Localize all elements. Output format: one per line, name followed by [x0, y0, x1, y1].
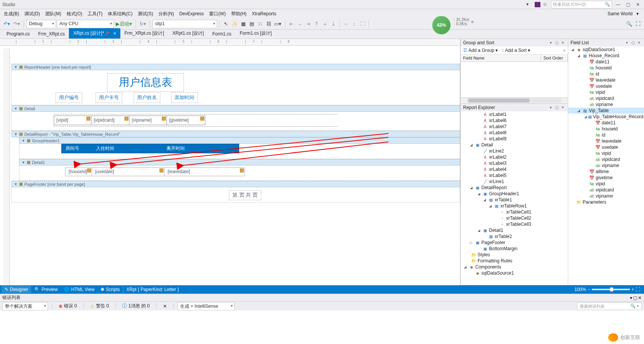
notification-badge[interactable]: 1: [535, 2, 540, 7]
chevron-down-icon[interactable]: ▼: [14, 132, 18, 136]
band-detail-report[interactable]: ▼ ▦ DetailReport - "Vip_Table.Vip_TableH…: [11, 131, 460, 137]
align-center-icon[interactable]: ⫠: [296, 20, 304, 28]
platform-dropdown[interactable]: Any CPU: [57, 20, 114, 28]
tree-item[interactable]: 📅leavedate: [568, 138, 644, 144]
size-both-icon[interactable]: ⛶: [359, 20, 366, 28]
tree-item[interactable]: ◢◆sqlDataSource1: [568, 47, 644, 53]
close-icon[interactable]: ✕: [636, 40, 642, 45]
close-button[interactable]: ✕: [634, 2, 642, 7]
chevron-down-icon[interactable]: ▼: [22, 161, 25, 164]
tree-item[interactable]: ◢◆Components: [461, 264, 568, 270]
horizontal-scrollbar[interactable]: [461, 97, 568, 103]
group-sort-grid[interactable]: [461, 62, 568, 97]
tree-toggle-icon[interactable]: ◢: [470, 143, 474, 147]
tool-grid-icon[interactable]: ▦: [240, 20, 247, 28]
tree-item[interactable]: ◢▣Detail: [461, 142, 568, 148]
tree-item[interactable]: AxrLabel2: [461, 154, 568, 160]
tree-item[interactable]: 📁Formatting Rules: [461, 258, 568, 264]
tool-link-icon[interactable]: ⛓: [265, 20, 272, 28]
tree-item[interactable]: abvipidcard: [568, 156, 644, 162]
tab-xrpt-design[interactable]: XRpt.cs [设计]* 📌 ✕: [69, 28, 120, 39]
tree-toggle-icon[interactable]: ◢: [464, 265, 468, 269]
account-label[interactable]: Same World: [607, 11, 633, 16]
undo-button[interactable]: ↶▾: [2, 20, 11, 28]
tree-item[interactable]: 📅alltime: [568, 169, 644, 175]
smart-tag-icon[interactable]: [200, 117, 204, 121]
align-bottom-icon[interactable]: ⤓: [329, 20, 337, 28]
tree-item[interactable]: ◢▦xrTable1: [461, 197, 568, 203]
tree-item[interactable]: ◢▦Vip_Table: [568, 108, 644, 114]
align-top-icon[interactable]: ⤒: [313, 20, 320, 28]
zoom-out-icon[interactable]: 🔍: [625, 20, 633, 28]
tree-item[interactable]: 📁Parameters: [568, 199, 644, 205]
tree-item[interactable]: AxrLabel5: [461, 172, 568, 178]
menu-test[interactable]: 测试(S): [136, 10, 155, 18]
tree-item[interactable]: ▦xrTable2: [461, 233, 568, 240]
flag-icon[interactable]: ▾: [526, 2, 532, 8]
tool-snap-icon[interactable]: ∷: [256, 20, 264, 28]
tab-form1[interactable]: Form1.cs: [208, 29, 235, 39]
menu-architecture[interactable]: 体系结构(C): [105, 10, 135, 18]
account-dropdown-icon[interactable]: ▾: [636, 11, 639, 16]
add-sort-button[interactable]: ↕Add a Sort▾: [502, 48, 530, 53]
tree-item[interactable]: abvipidcard: [568, 95, 644, 101]
tree-item[interactable]: 📅givetime: [568, 175, 644, 181]
tree-toggle-icon[interactable]: ◢: [478, 192, 481, 196]
menu-xtrareports[interactable]: XtraReports: [249, 10, 278, 18]
minimize-button[interactable]: —: [614, 2, 622, 7]
tree-item[interactable]: ▫xrTableCell2: [461, 215, 568, 221]
tree-item[interactable]: №vipid: [568, 181, 644, 187]
tree-item[interactable]: №id: [568, 71, 644, 77]
tree-item[interactable]: №houseid: [568, 126, 644, 132]
align-right-icon[interactable]: ⇥: [304, 20, 312, 28]
tree-item[interactable]: ◢▦xrTableRow1: [461, 203, 568, 209]
redo-button[interactable]: ↷▾: [12, 20, 21, 28]
tree-toggle-icon[interactable]: ◢: [577, 54, 581, 58]
tab-designer[interactable]: ✎Designer: [2, 286, 31, 293]
zoom-in-button[interactable]: +: [631, 287, 634, 292]
dropdown-icon[interactable]: ▾: [630, 295, 632, 301]
tree-item[interactable]: abvipname: [568, 193, 644, 199]
overflow-icon[interactable]: »: [563, 48, 566, 53]
zoom-slider[interactable]: [592, 289, 630, 290]
smart-tag-icon[interactable]: [125, 117, 128, 121]
expand-icon[interactable]: ⛶: [634, 20, 642, 28]
size-width-icon[interactable]: ↔: [342, 20, 350, 28]
align-middle-icon[interactable]: ⫨: [321, 20, 329, 28]
tree-item[interactable]: ╱xrLine1: [461, 178, 568, 185]
maximize-button[interactable]: ▢: [624, 2, 632, 7]
tree-item[interactable]: abvipname: [568, 101, 644, 108]
tree-item[interactable]: №id: [568, 132, 644, 138]
align-left-icon[interactable]: ⇤: [288, 20, 295, 28]
dropdown-icon[interactable]: ▾: [548, 105, 553, 110]
tab-form1-design[interactable]: Form1.cs [设计]: [235, 28, 276, 39]
tree-item[interactable]: №houseid: [568, 65, 644, 71]
tool-wand-icon[interactable]: ✨: [230, 20, 239, 28]
tree-item[interactable]: ◢▦House_Record: [568, 53, 644, 59]
tree-item[interactable]: AxrLabel1: [461, 111, 568, 117]
tree-item[interactable]: ▣BottomMargin: [461, 246, 568, 252]
smart-tag-icon[interactable]: [160, 169, 163, 172]
tree-toggle-icon[interactable]: ◢: [571, 48, 575, 51]
chevron-down-icon[interactable]: ▼: [14, 182, 18, 186]
zoom-out-button[interactable]: −: [588, 287, 590, 292]
smart-tag-icon[interactable]: [162, 117, 166, 121]
tree-item[interactable]: ◢▣Detail1: [461, 227, 568, 233]
clear-button[interactable]: ✕: [160, 302, 169, 310]
tree-item[interactable]: ╱xrLine2: [461, 148, 568, 154]
chevron-down-icon[interactable]: ▼: [14, 107, 18, 111]
tree-item[interactable]: 📁Styles: [461, 252, 568, 258]
tree-item[interactable]: ◢▦Vip_TableHouse_Record: [568, 114, 644, 120]
tree-item[interactable]: ▫xrTableCell1: [461, 209, 568, 215]
band-group-header[interactable]: ▼ ▦ GroupHeader1: [19, 137, 460, 144]
tree-item[interactable]: ◆sqlDataSource1: [461, 270, 568, 276]
report-explorer-tree[interactable]: AxrLabel1AxrLabel6AxrLabel7AxrLabel8AxrL…: [461, 111, 568, 285]
close-icon[interactable]: ✕: [113, 31, 116, 35]
tree-item[interactable]: 📅date11: [568, 120, 644, 126]
tab-frm-xrpt[interactable]: Frm_XRpt.cs: [34, 29, 69, 39]
tree-toggle-icon[interactable]: ◢: [489, 204, 493, 208]
add-group-button[interactable]: ☰Add a Group▾: [463, 48, 498, 53]
tab-scripts[interactable]: ✱Scripts: [97, 286, 123, 293]
tab-xrpt1-design[interactable]: XRpt1.cs [设计]: [168, 28, 208, 39]
col-username-label[interactable]: 用户姓名: [134, 92, 160, 103]
